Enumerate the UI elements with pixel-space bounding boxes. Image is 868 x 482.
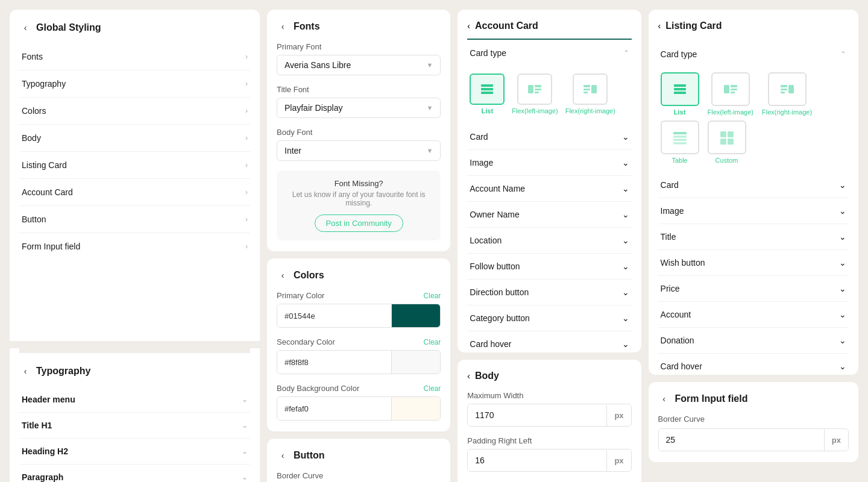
svg-rect-1 [481, 88, 493, 90]
svg-rect-9 [583, 89, 590, 90]
max-width-group: Maximum Width px [467, 391, 631, 427]
chevron-down-icon: ⌄ [622, 236, 629, 245]
listing-account-section[interactable]: Account ⌄ [658, 302, 849, 328]
typography-heading-h2[interactable]: Heading H2 ⌄ [19, 439, 250, 465]
back-arrow-icon[interactable]: ‹ [277, 449, 289, 462]
padding-input[interactable] [468, 449, 606, 471]
listing-card-type-flex-left[interactable]: Flex(left-image) [708, 72, 753, 116]
typography-header: ‹ Typography [19, 365, 250, 377]
max-width-input[interactable] [468, 404, 606, 426]
padding-label: Padding Right Left [467, 436, 631, 445]
chevron-down-icon: ⌄ [622, 287, 629, 297]
listing-image-section[interactable]: Image ⌄ [658, 198, 849, 224]
secondary-color-label: Secondary Color [277, 337, 335, 346]
primary-color-preview[interactable] [392, 304, 440, 327]
nav-item-button[interactable]: Button › [19, 206, 250, 233]
svg-rect-13 [674, 92, 686, 94]
secondary-color-clear[interactable]: Clear [424, 338, 441, 346]
card-type-flex-left-icon [517, 74, 552, 105]
card-hover-section[interactable]: Card hover ⌄ [467, 331, 631, 352]
max-width-input-group: px [467, 404, 631, 427]
back-arrow-icon[interactable]: ‹ [658, 21, 661, 31]
svg-rect-16 [731, 89, 737, 90]
card-type-section-header[interactable]: Card type ⌃ [467, 40, 631, 66]
body-font-label: Body Font [277, 128, 441, 137]
body-bg-color-preview[interactable] [392, 397, 440, 420]
back-arrow-icon[interactable]: ‹ [277, 20, 289, 33]
chevron-down-icon: ⌄ [242, 473, 248, 481]
listing-wish-btn-section[interactable]: Wish button ⌄ [658, 250, 849, 276]
primary-color-hex: #01544e [277, 304, 392, 327]
category-button-section[interactable]: Category button ⌄ [467, 305, 631, 331]
colors-header: ‹ Colors [277, 269, 441, 281]
padding-group: Padding Right Left px [467, 436, 631, 472]
chevron-down-icon: ⌄ [622, 210, 629, 219]
body-panel: ‹ Body Maximum Width px Padding Right Le… [458, 360, 641, 482]
svg-rect-24 [673, 139, 687, 142]
nav-item-body[interactable]: Body › [19, 125, 250, 152]
chevron-down-icon: ⌄ [242, 421, 248, 430]
primary-color-label: Primary Color [277, 291, 324, 300]
form-input-border-curve-input[interactable] [659, 429, 824, 451]
typography-title-h1[interactable]: Title H1 ⌄ [19, 413, 250, 439]
listing-card-hover-section[interactable]: Card hover ⌄ [658, 354, 849, 375]
chevron-down-icon: ⌄ [622, 261, 629, 271]
unit-label: px [606, 450, 631, 471]
owner-name-section[interactable]: Owner Name ⌄ [467, 202, 631, 228]
listing-card-type-custom[interactable]: Custom [708, 120, 746, 164]
direction-button-section[interactable]: Direction button ⌄ [467, 280, 631, 305]
caret-icon: ▼ [426, 104, 433, 111]
back-arrow-icon[interactable]: ‹ [19, 365, 31, 377]
typography-paragraph[interactable]: Paragraph ⌄ [19, 465, 250, 482]
listing-card-type-list[interactable]: List [661, 72, 699, 116]
listing-card-type-header[interactable]: Card type ⌃ [658, 41, 849, 67]
caret-icon: ▼ [426, 61, 433, 69]
back-arrow-icon[interactable]: ‹ [467, 21, 470, 31]
listing-card-type-table[interactable]: Table [661, 120, 699, 164]
nav-item-fonts[interactable]: Fonts › [19, 43, 250, 70]
global-styling-nav: Fonts › Typography › Colors › Body › Lis… [19, 43, 250, 260]
listing-card-section[interactable]: Card ⌄ [658, 172, 849, 198]
chevron-icon: › [245, 188, 248, 196]
primary-font-select[interactable]: Averia Sans Libre ▼ [277, 55, 441, 75]
back-arrow-icon[interactable]: ‹ [658, 393, 670, 405]
svg-rect-12 [674, 88, 686, 90]
card-type-flex-left[interactable]: Flex(left-image) [512, 74, 558, 114]
padding-input-group: px [467, 449, 631, 472]
listing-price-section[interactable]: Price ⌄ [658, 276, 849, 302]
body-font-select[interactable]: Inter ▼ [277, 140, 441, 161]
card-section[interactable]: Card ⌄ [467, 124, 631, 150]
listing-donation-section[interactable]: Donation ⌄ [658, 328, 849, 354]
form-input-panel: ‹ Form Input field Border Curve px [649, 382, 858, 462]
listing-card-type-flex-right[interactable]: Flex(right-image) [762, 72, 812, 116]
secondary-color-preview[interactable] [392, 351, 440, 374]
nav-item-typography[interactable]: Typography › [19, 70, 250, 98]
listing-title-section[interactable]: Title ⌄ [658, 224, 849, 250]
svg-rect-29 [728, 139, 734, 145]
primary-color-clear[interactable]: Clear [424, 292, 441, 300]
card-type-flex-right[interactable]: Flex(right-image) [565, 74, 615, 114]
account-name-section[interactable]: Account Name ⌄ [467, 176, 631, 202]
nav-item-form-input[interactable]: Form Input field › [19, 233, 250, 260]
title-font-select[interactable]: Playfair Display ▼ [277, 98, 441, 118]
post-in-community-button[interactable]: Post in Community [315, 214, 403, 232]
chevron-down-icon: ⌄ [839, 180, 846, 190]
chevron-down-icon: ⌄ [622, 339, 629, 349]
body-bg-color-clear[interactable]: Clear [424, 384, 441, 393]
image-section[interactable]: Image ⌄ [467, 150, 631, 176]
typography-header-menu[interactable]: Header menu ⌄ [19, 387, 250, 413]
location-section[interactable]: Location ⌄ [467, 228, 631, 254]
back-arrow-icon[interactable]: ‹ [277, 269, 289, 281]
card-type-list[interactable]: List [470, 74, 505, 114]
nav-item-listing-card[interactable]: Listing Card › [19, 152, 250, 179]
back-arrow-icon[interactable]: ‹ [19, 22, 31, 34]
svg-rect-11 [674, 84, 686, 87]
nav-item-colors[interactable]: Colors › [19, 98, 250, 125]
body-font-group: Body Font Inter ▼ [277, 128, 441, 161]
follow-button-section[interactable]: Follow button ⌄ [467, 254, 631, 280]
fonts-panel: ‹ Fonts Primary Font Averia Sans Libre ▼… [267, 10, 450, 251]
back-arrow-icon[interactable]: ‹ [467, 371, 470, 381]
primary-color-row: Primary Color Clear #01544e [277, 291, 441, 328]
svg-rect-8 [583, 85, 590, 87]
nav-item-account-card[interactable]: Account Card › [19, 179, 250, 206]
